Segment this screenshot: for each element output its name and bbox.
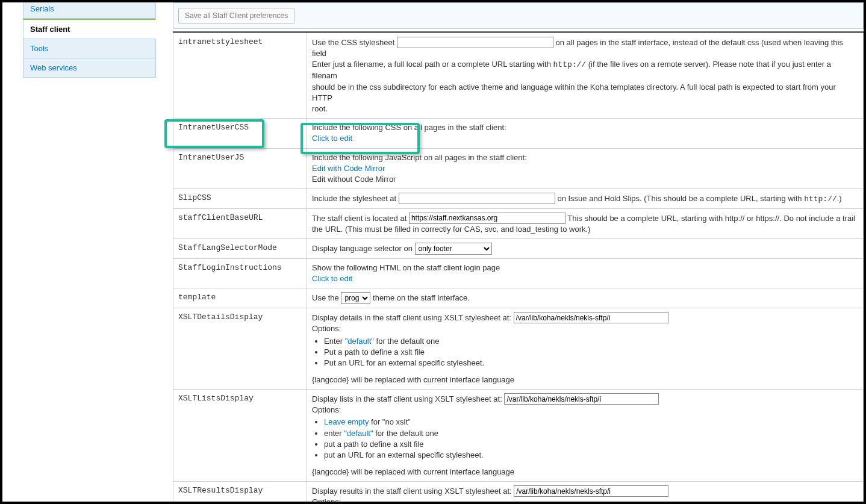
pref-name: XSLTDetailsDisplay	[173, 308, 307, 390]
pref-value: The staff client is located at This shou…	[307, 208, 864, 238]
sidebar-item-staff-client[interactable]: Staff client	[23, 19, 156, 39]
pref-row-stafflangselectormode: StaffLangSelectorMode Display language s…	[173, 238, 864, 258]
nav-menu: Serials Staff client Tools Web services	[23, 0, 156, 78]
pref-row-template: template Use the prog theme on the staff…	[173, 288, 864, 308]
pref-name: XSLTResultsDisplay	[173, 482, 307, 502]
edit-without-code-mirror-text: Edit without Code Mirror	[312, 175, 396, 184]
pref-value: Include the following CSS on all pages i…	[307, 119, 864, 148]
pref-row-stafflogininstructions: StaffLoginInstructions Show the followin…	[173, 258, 864, 288]
default-link[interactable]: "default"	[345, 337, 374, 346]
pref-row-xsltresults: XSLTResultsDisplay Display results in th…	[173, 482, 864, 502]
xsltlists-input[interactable]	[504, 393, 659, 405]
pref-name: StaffLangSelectorMode	[173, 238, 307, 258]
save-button[interactable]: Save all Staff Client preferences	[178, 8, 294, 23]
xsltdetails-input[interactable]	[514, 312, 668, 323]
stafflangselectormode-select[interactable]: only footer	[415, 243, 492, 255]
sidebar: Serials Staff client Tools Web services	[2, 2, 156, 502]
staffclientbaseurl-input[interactable]	[409, 213, 565, 224]
pref-row-intranetusercss: IntranetUserCSS Include the following CS…	[173, 119, 864, 148]
pref-name: intranetstylesheet	[173, 33, 307, 119]
pref-value: Show the following HTML on the staff cli…	[307, 258, 864, 288]
pref-name: StaffLoginInstructions	[173, 258, 307, 288]
sidebar-item-tools[interactable]: Tools	[23, 39, 156, 58]
pref-value: Include the following JavaScript on all …	[307, 148, 864, 189]
edit-with-code-mirror-link[interactable]: Edit with Code Mirror	[312, 164, 385, 173]
pref-name: IntranetUserJS	[173, 148, 307, 189]
pref-value: Display results in the staff client usin…	[307, 482, 864, 502]
prefs-table: intranetstylesheet Use the CSS styleshee…	[173, 31, 864, 502]
pref-name: staffClientBaseURL	[173, 208, 307, 238]
pref-name: IntranetUserCSS	[173, 119, 307, 148]
click-to-edit-link[interactable]: Click to edit	[312, 274, 352, 283]
sidebar-item-serials[interactable]: Serials	[23, 0, 156, 19]
intranetstylesheet-input[interactable]	[397, 37, 553, 48]
click-to-edit-link[interactable]: Click to edit	[312, 134, 352, 143]
template-select[interactable]: prog	[341, 292, 370, 304]
pref-name: SlipCSS	[173, 189, 307, 209]
pref-row-slipcss: SlipCSS Include the stylesheet at on Iss…	[173, 189, 864, 209]
pref-value: Display language selector on only footer	[307, 238, 864, 258]
pref-value: Use the prog theme on the staff interfac…	[307, 288, 864, 308]
pref-row-intranetstylesheet: intranetstylesheet Use the CSS styleshee…	[173, 33, 864, 119]
pref-value: Display details in the staff client usin…	[307, 308, 864, 390]
pref-row-xsltdetails: XSLTDetailsDisplay Display details in th…	[173, 308, 864, 390]
slipcss-input[interactable]	[399, 193, 555, 204]
pref-value: Include the stylesheet at on Issue and H…	[307, 189, 864, 209]
save-bar: Save all Staff Client preferences	[173, 2, 864, 29]
default-link[interactable]: "default"	[344, 429, 373, 438]
pref-value: Display lists in the staff client using …	[307, 390, 864, 482]
content: Save all Staff Client preferences intran…	[156, 2, 864, 502]
xsltresults-input[interactable]	[514, 485, 668, 497]
pref-row-intranetuserjs: IntranetUserJS Include the following Jav…	[173, 148, 864, 189]
pref-value: Use the CSS stylesheet on all pages in t…	[307, 33, 864, 119]
pref-row-staffclientbaseurl: staffClientBaseURL The staff client is l…	[173, 208, 864, 238]
leave-empty-link[interactable]: Leave empty	[324, 417, 369, 426]
pref-name: template	[173, 288, 307, 308]
sidebar-item-web-services[interactable]: Web services	[23, 58, 156, 78]
pref-row-xsltlists: XSLTListsDisplay Display lists in the st…	[173, 390, 864, 482]
pref-name: XSLTListsDisplay	[173, 390, 307, 482]
